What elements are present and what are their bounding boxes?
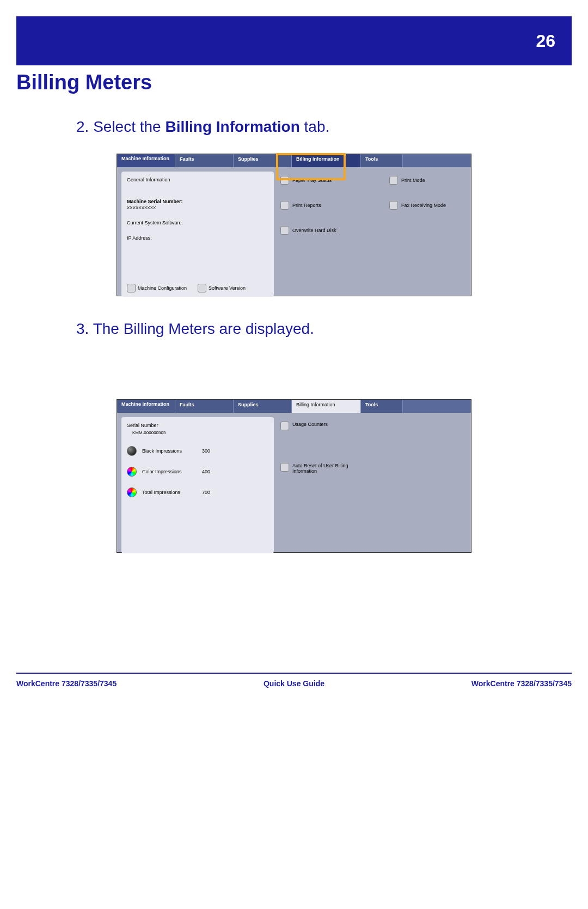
billing-panel: Serial Number KMM-000000505 Black Impres… <box>121 417 274 553</box>
color-impressions-row: Color Impressions 400 <box>127 467 268 477</box>
color-impressions-value: 400 <box>202 469 210 474</box>
button-icon <box>127 284 136 292</box>
machine-configuration-button[interactable]: Machine Configuration <box>127 284 187 292</box>
button-label: Overwrite Hard Disk <box>292 228 336 233</box>
button-icon <box>280 201 289 210</box>
tab-label: Tools <box>365 402 378 407</box>
button-icon <box>389 201 398 210</box>
total-impressions-row: Total Impressions 700 <box>127 487 268 497</box>
right-button-group: Paper Tray Status Print Mode Print Repor… <box>280 176 465 251</box>
ip-address-label: IP Address: <box>127 235 268 241</box>
software-label: Current System Software: <box>127 220 268 225</box>
tab-label: Machine Information <box>121 401 169 407</box>
button-icon <box>280 422 289 430</box>
footer: WorkCentre 7328/7335/7345 Quick Use Guid… <box>16 673 572 688</box>
print-mode-button[interactable]: Print Mode <box>389 176 465 185</box>
tab-faults[interactable]: Faults <box>175 400 234 413</box>
black-impressions-icon <box>127 446 137 456</box>
screenshot-2: Machine Information Faults Supplies Bill… <box>117 399 471 553</box>
tab-tools[interactable]: Tools <box>361 154 403 167</box>
print-reports-button[interactable]: Print Reports <box>280 201 357 210</box>
black-impressions-value: 300 <box>202 448 210 454</box>
button-label: Print Mode <box>401 178 425 183</box>
step2-bold: Billing Information <box>165 118 299 135</box>
header-bar: 26 <box>16 16 572 65</box>
usage-counters-button[interactable]: Usage Counters <box>280 422 444 430</box>
tab-faults[interactable]: Faults <box>175 154 234 167</box>
tab-label: Faults <box>180 402 194 407</box>
step2-suffix: tab. <box>300 118 329 135</box>
tab-label: Supplies <box>238 402 259 407</box>
step-3: 3. The Billing Meters are displayed. <box>76 318 534 339</box>
general-info-label: General Information <box>127 177 268 182</box>
tab-billing-information[interactable]: Billing Information <box>292 400 361 413</box>
tab-label: Faults <box>180 156 194 162</box>
serial-number-value: XXXXXXXXXX <box>127 205 268 210</box>
tabs-row: Machine Information Faults Supplies Bill… <box>117 400 471 413</box>
footer-right: WorkCentre 7328/7335/7345 <box>471 679 572 688</box>
overwrite-hard-disk-button[interactable]: Overwrite Hard Disk <box>280 226 357 235</box>
button-label: Print Reports <box>292 203 321 208</box>
button-icon <box>280 463 289 472</box>
software-version-button[interactable]: Software Version <box>198 284 246 292</box>
total-impressions-icon <box>127 487 137 497</box>
serial-number-label: Machine Serial Number: <box>127 199 268 204</box>
tab-supplies[interactable]: Supplies <box>234 400 292 413</box>
button-label: Auto Reset of User Billing Information <box>292 463 369 474</box>
button-label: Machine Configuration <box>138 285 187 291</box>
button-label: Usage Counters <box>292 422 328 427</box>
color-impressions-label: Color Impressions <box>142 469 197 474</box>
button-icon <box>280 226 289 235</box>
screenshot-1: Machine Information Faults Supplies Bill… <box>117 154 471 296</box>
page-title: Billing Meters <box>16 71 572 94</box>
color-impressions-icon <box>127 467 137 477</box>
button-label: Fax Receiving Mode <box>401 203 446 208</box>
total-impressions-value: 700 <box>202 490 210 495</box>
page: 26 Billing Meters 2. Select the Billing … <box>0 16 588 688</box>
serial-number-value: KMM-000000505 <box>132 430 268 435</box>
fax-receiving-mode-button[interactable]: Fax Receiving Mode <box>389 201 465 210</box>
right-button-group: Usage Counters Auto Reset of User Billin… <box>280 422 444 507</box>
tab-tools[interactable]: Tools <box>361 400 403 413</box>
tab-label: Billing Information <box>296 402 335 407</box>
tab-label: Tools <box>365 156 378 162</box>
button-icon <box>198 284 206 292</box>
tab-machine-information[interactable]: Machine Information <box>117 400 175 413</box>
step2-prefix: 2. Select the <box>76 118 165 135</box>
button-icon <box>389 176 398 185</box>
serial-number-label: Serial Number <box>127 423 268 428</box>
tab-machine-information[interactable]: Machine Information <box>117 154 175 167</box>
tab-label: Machine Information <box>121 156 169 161</box>
footer-center: Quick Use Guide <box>264 679 324 688</box>
black-impressions-label: Black Impressions <box>142 448 197 454</box>
button-label: Software Version <box>209 285 246 291</box>
step-2: 2. Select the Billing Information tab. <box>76 116 534 137</box>
total-impressions-label: Total Impressions <box>142 490 197 495</box>
black-impressions-row: Black Impressions 300 <box>127 446 268 456</box>
highlight-box <box>276 153 346 180</box>
footer-left: WorkCentre 7328/7335/7345 <box>16 679 117 688</box>
machine-info-panel: General Information Machine Serial Numbe… <box>121 172 274 297</box>
tab-label: Supplies <box>238 156 259 162</box>
page-number: 26 <box>536 31 555 51</box>
auto-reset-billing-button[interactable]: Auto Reset of User Billing Information <box>280 463 444 474</box>
